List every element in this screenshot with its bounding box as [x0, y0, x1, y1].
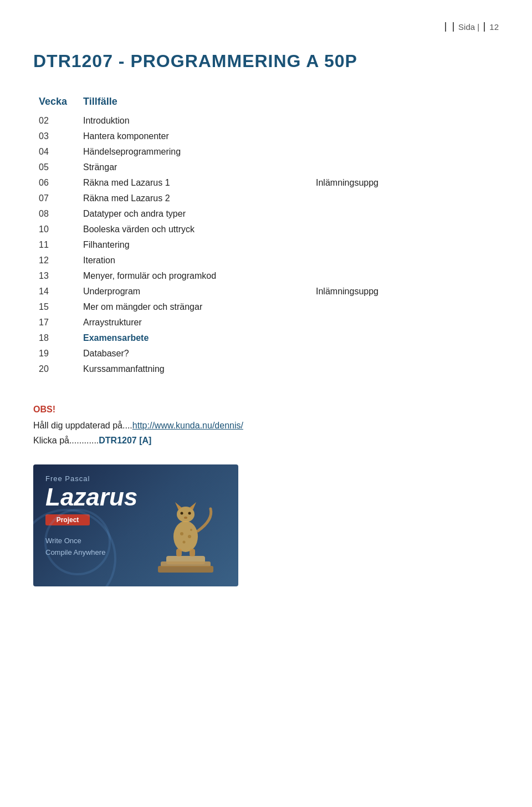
event-note: Inlämningsuppg: [310, 284, 499, 299]
event-note: [310, 346, 499, 361]
week-number: 19: [33, 346, 78, 361]
week-number: 02: [33, 113, 78, 129]
event-name: Arraystrukturer: [78, 315, 310, 330]
event-note: [310, 237, 499, 253]
cheetah-image: [150, 470, 227, 581]
event-note: [310, 361, 499, 377]
event-name: Mer om mängder och strängar: [78, 299, 310, 315]
event-note: [310, 299, 499, 315]
event-note: [310, 144, 499, 160]
lazarus-image: Free Pascal Lazarus Project Write Once C…: [33, 464, 238, 586]
event-note: [310, 268, 499, 284]
col-header-event: Tillfälle: [78, 94, 310, 113]
event-name: Introduktion: [78, 113, 310, 129]
svg-point-7: [181, 512, 183, 515]
svg-point-3: [173, 521, 198, 552]
table-row: 10Booleska värden och uttryck: [33, 222, 499, 237]
svg-point-15: [190, 529, 192, 531]
table-row: 20Kurssammanfattning: [33, 361, 499, 377]
svg-point-13: [188, 535, 191, 538]
event-note: [310, 113, 499, 129]
event-note: [310, 206, 499, 222]
table-row: 19Databaser?: [33, 346, 499, 361]
table-row: 14UnderprogramInlämningsuppg: [33, 284, 499, 299]
table-row: 05Strängar: [33, 160, 499, 175]
event-name: Underprogram: [78, 284, 310, 299]
svg-point-14: [183, 541, 186, 544]
svg-point-8: [188, 512, 191, 515]
event-name: Booleska värden och uttryck: [78, 222, 310, 237]
table-row: 03Hantera komponenter: [33, 129, 499, 144]
event-name: Examensarbete: [78, 330, 310, 346]
obs-title: OBS!: [33, 405, 499, 415]
event-name: Menyer, formulär och programkod: [78, 268, 310, 284]
event-name: Händelseprogrammering: [78, 144, 310, 160]
event-note: Inlämningsuppg: [310, 175, 499, 191]
table-row: 17Arraystrukturer: [33, 315, 499, 330]
event-name: Kurssammanfattning: [78, 361, 310, 377]
week-number: 12: [33, 253, 78, 268]
week-number: 20: [33, 361, 78, 377]
table-row: 12Iteration: [33, 253, 499, 268]
svg-rect-11: [190, 549, 195, 556]
week-number: 15: [33, 299, 78, 315]
week-number: 11: [33, 237, 78, 253]
week-number: 14: [33, 284, 78, 299]
event-note: [310, 191, 499, 206]
event-name: Datatyper och andra typer: [78, 206, 310, 222]
week-number: 07: [33, 191, 78, 206]
table-row: 07Räkna med Lazarus 2: [33, 191, 499, 206]
week-number: 03: [33, 129, 78, 144]
table-row: 08Datatyper och andra typer: [33, 206, 499, 222]
week-number: 17: [33, 315, 78, 330]
table-row: 04Händelseprogrammering: [33, 144, 499, 160]
event-note: [310, 315, 499, 330]
event-name: Räkna med Lazarus 1: [78, 175, 310, 191]
page-label: Sida | 12: [445, 22, 499, 32]
svg-point-12: [180, 532, 183, 535]
col-header-week: Vecka: [33, 94, 78, 113]
obs-line2-bold: DTR1207 [A]: [99, 436, 151, 445]
table-row: 18Examensarbete: [33, 330, 499, 346]
week-number: 05: [33, 160, 78, 175]
schedule-table: Vecka Tillfälle 02Introduktion03Hantera …: [33, 94, 499, 377]
obs-section: OBS! Håll dig uppdaterad på....http://ww…: [33, 405, 499, 448]
week-number: 04: [33, 144, 78, 160]
week-number: 10: [33, 222, 78, 237]
svg-point-9: [184, 517, 187, 519]
event-name: Iteration: [78, 253, 310, 268]
table-row: 15Mer om mängder och strängar: [33, 299, 499, 315]
event-note: [310, 330, 499, 346]
table-row: 13Menyer, formulär och programkod: [33, 268, 499, 284]
event-name: Databaser?: [78, 346, 310, 361]
obs-link[interactable]: http://www.kunda.nu/dennis/: [132, 421, 243, 430]
event-note: [310, 160, 499, 175]
svg-rect-10: [176, 549, 182, 556]
gear-circle-2: [44, 509, 111, 575]
event-note: [310, 129, 499, 144]
obs-line2-before: Klicka på............: [33, 436, 99, 445]
week-number: 08: [33, 206, 78, 222]
obs-line1-before: Håll dig uppdaterad på....: [33, 421, 132, 430]
table-row: 06Räkna med Lazarus 1Inlämningsuppg: [33, 175, 499, 191]
obs-text: Håll dig uppdaterad på....http://www.kun…: [33, 418, 499, 448]
doc-title: DTR1207 - PROGRAMMERING A 50P: [33, 51, 499, 71]
event-name: Räkna med Lazarus 2: [78, 191, 310, 206]
col-header-note: [310, 94, 499, 113]
page-header: Sida | 12: [33, 22, 499, 34]
svg-rect-2: [158, 566, 213, 573]
event-name: Strängar: [78, 160, 310, 175]
week-number: 18: [33, 330, 78, 346]
table-row: 11Filhantering: [33, 237, 499, 253]
event-note: [310, 222, 499, 237]
week-number: 06: [33, 175, 78, 191]
week-number: 13: [33, 268, 78, 284]
table-row: 02Introduktion: [33, 113, 499, 129]
event-name: Hantera komponenter: [78, 129, 310, 144]
event-note: [310, 253, 499, 268]
event-name: Filhantering: [78, 237, 310, 253]
